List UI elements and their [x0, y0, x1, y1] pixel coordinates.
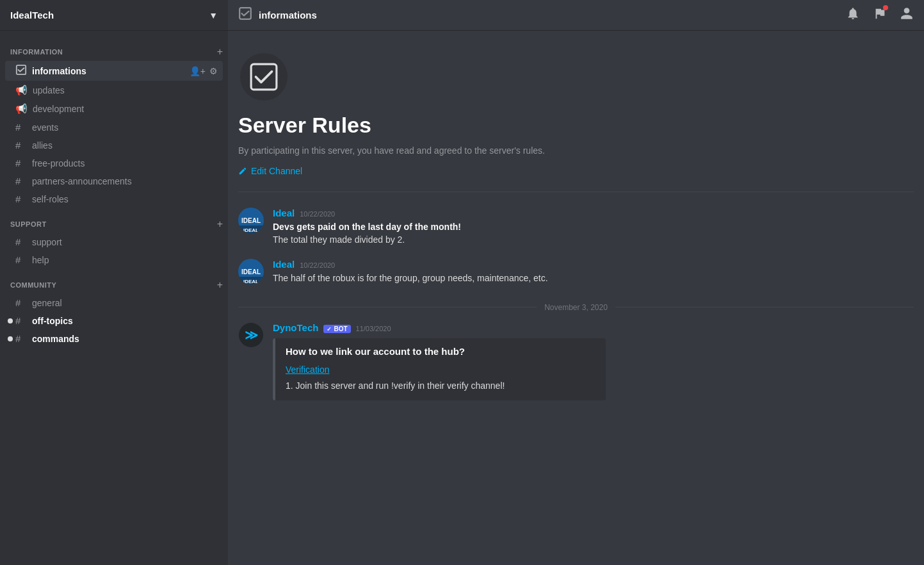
rules-subtitle: By participating in this server, you hav…: [238, 145, 914, 156]
channel-item-development[interactable]: 📢 development: [5, 100, 223, 118]
hash-icon-free-products: #: [15, 158, 27, 168]
channel-item-off-topics[interactable]: # off-topics: [5, 312, 223, 329]
bot-check-icon: ✓: [327, 326, 332, 332]
channel-name-updates: updates: [33, 85, 65, 95]
add-channel-icon[interactable]: +: [217, 46, 223, 58]
channel-item-self-roles[interactable]: # self-roles: [5, 190, 223, 208]
embed-body: 1. Join this server and run !verify in t…: [286, 380, 596, 393]
message-content-2: Ideal 10/22/2020 The half of the robux i…: [273, 259, 914, 285]
category-name-information: INFORMATION: [10, 48, 63, 56]
channel-item-free-products[interactable]: # free-products: [5, 154, 223, 172]
category-header-support[interactable]: SUPPORT +: [0, 208, 228, 233]
bot-tag: ✓ BOT: [323, 325, 350, 333]
announce-icon-updates: 📢: [15, 85, 28, 96]
add-member-icon[interactable]: 👤+: [190, 66, 206, 76]
bot-message-author[interactable]: DynoTech: [273, 322, 318, 333]
hash-icon-support: #: [15, 236, 27, 247]
message-author-1[interactable]: Ideal: [273, 208, 295, 218]
svg-text:IDEAL: IDEAL: [241, 268, 261, 275]
category-information: INFORMATION + informations 👤+ ⚙: [0, 36, 228, 208]
message-author-2[interactable]: Ideal: [273, 259, 295, 270]
rules-title: Server Rules: [238, 113, 914, 138]
date-divider-line-left: [238, 307, 537, 307]
hash-icon-partners: #: [15, 176, 27, 186]
notification-dot-commands: [8, 336, 13, 341]
flag-icon[interactable]: [873, 6, 887, 24]
rules-icon: [15, 64, 27, 78]
channel-item-help[interactable]: # help: [5, 251, 223, 268]
hash-icon-off-topics: #: [15, 315, 27, 326]
message-embed: How to we link our account to the hub? V…: [273, 338, 606, 400]
announce-icon-development: 📢: [15, 103, 28, 115]
category-header-community[interactable]: COMMUNITY +: [0, 269, 228, 293]
category-support: SUPPORT + # support # help: [0, 208, 228, 268]
message-group-2: IDEAL IDEAL Ideal 10/22/2020 The half of…: [238, 254, 914, 290]
message-text-1: Devs gets paid on the last day of the mo…: [273, 221, 914, 246]
svg-text:IDEAL: IDEAL: [243, 227, 259, 233]
bot-tag-label: BOT: [334, 325, 347, 332]
message-plain-2: The half of the robux is for the group, …: [273, 273, 548, 283]
category-community: COMMUNITY + # general # off-topics # com…: [0, 269, 228, 347]
hash-icon-events: #: [15, 122, 27, 133]
hash-icon-self-roles: #: [15, 193, 27, 204]
message-timestamp-2: 10/22/2020: [300, 261, 335, 269]
channel-name-development: development: [33, 104, 84, 114]
channel-item-partners-announcements[interactable]: # partners-announcements: [5, 172, 223, 190]
hash-icon-help: #: [15, 254, 27, 265]
hash-icon-general: #: [15, 297, 27, 308]
channel-rules-header: Server Rules By participating in this se…: [238, 31, 914, 192]
channels-list: INFORMATION + informations 👤+ ⚙: [0, 31, 228, 565]
category-name-community: COMMUNITY: [10, 281, 56, 289]
dyno-arrows-icon: ≫: [245, 327, 258, 343]
channel-item-general[interactable]: # general: [5, 294, 223, 311]
channel-avatar-large: [238, 51, 289, 102]
flag-notif-badge: [883, 5, 888, 10]
notification-dot-off-topics: [8, 318, 13, 323]
message-content-1: Ideal 10/22/2020 Devs gets paid on the l…: [273, 208, 914, 246]
channel-item-commands[interactable]: # commands: [5, 330, 223, 347]
channel-name-events: events: [32, 122, 58, 133]
settings-icon[interactable]: ⚙: [209, 66, 218, 76]
bot-message-timestamp: 11/03/2020: [356, 325, 391, 332]
date-divider-text: November 3, 2020: [537, 303, 615, 312]
svg-text:IDEAL: IDEAL: [243, 279, 259, 284]
channel-name-help: help: [32, 255, 49, 265]
message-group-bot: ≫ DynoTech ✓ BOT 11/03/2020 How to we li…: [238, 317, 914, 405]
main-content: informations: [228, 0, 924, 565]
embed-link[interactable]: Verification: [286, 364, 596, 375]
message-timestamp-1: 10/22/2020: [300, 210, 335, 218]
user-icon[interactable]: [900, 6, 914, 24]
hash-icon-commands: #: [15, 333, 27, 344]
category-header-information[interactable]: INFORMATION +: [0, 36, 228, 60]
avatar-ideal-2: IDEAL IDEAL: [238, 259, 264, 284]
channel-actions: 👤+ ⚙: [190, 66, 218, 76]
server-name: IdealTech: [10, 10, 54, 20]
channel-item-updates[interactable]: 📢 updates: [5, 81, 223, 99]
hash-icon-allies: #: [15, 140, 27, 151]
svg-text:IDEAL: IDEAL: [241, 217, 261, 224]
message-group-1: IDEAL IDEAL Ideal 10/22/2020 Devs gets p…: [238, 202, 914, 251]
channel-item-allies[interactable]: # allies: [5, 136, 223, 154]
channel-name-general: general: [32, 298, 62, 308]
message-text-2: The half of the robux is for the group, …: [273, 272, 914, 285]
edit-channel-button[interactable]: Edit Channel: [238, 166, 302, 176]
add-channel-icon-community[interactable]: +: [217, 279, 223, 291]
channel-item-support[interactable]: # support: [5, 233, 223, 250]
edit-channel-label: Edit Channel: [251, 166, 302, 176]
server-header[interactable]: IdealTech ▼: [0, 0, 228, 31]
channel-item-events[interactable]: # events: [5, 119, 223, 136]
channel-name-partners-announcements: partners-announcements: [32, 176, 132, 186]
add-channel-icon-support[interactable]: +: [217, 218, 223, 230]
bell-icon[interactable]: [846, 6, 860, 24]
topbar-channel-name: informations: [259, 10, 317, 20]
channel-name-support: support: [32, 237, 62, 247]
embed-question: How to we link our account to the hub?: [286, 346, 596, 357]
sidebar: IdealTech ▼ INFORMATION + informations 👤: [0, 0, 228, 565]
channel-item-informations[interactable]: informations 👤+ ⚙: [5, 61, 223, 81]
dyno-inner: ≫: [239, 323, 263, 347]
message-header-2: Ideal 10/22/2020: [273, 259, 914, 270]
channel-name-allies: allies: [32, 140, 53, 151]
category-name-support: SUPPORT: [10, 220, 47, 228]
channel-name-commands: commands: [32, 334, 79, 344]
bot-message-content: DynoTech ✓ BOT 11/03/2020 How to we link…: [273, 322, 914, 400]
